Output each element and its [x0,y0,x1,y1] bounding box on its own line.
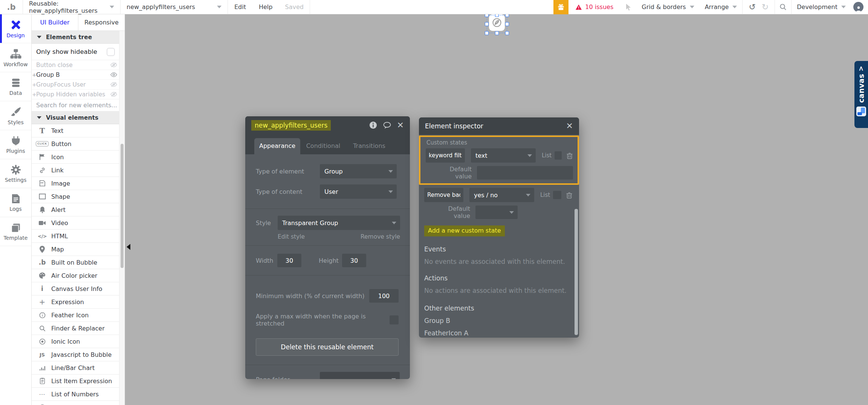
visual-element-list-item-expression[interactable]: List Item Expression [32,375,125,388]
tab-responsive[interactable]: Responsive [78,14,125,30]
default-value-input[interactable] [477,166,573,180]
expand-plus-icon[interactable]: + [32,82,37,88]
other-element-item[interactable]: FeatherIcon A [424,329,574,337]
remove-style-link[interactable]: Remove style [361,233,400,240]
type-of-element-select[interactable]: Group [320,164,397,178]
edit-style-link[interactable]: Edit style [278,233,305,240]
tree-item[interactable]: +Group B [32,70,125,80]
user-avatar[interactable] [853,2,863,12]
visual-element-livetext[interactable]: livetext [32,401,125,405]
visual-element-image[interactable]: Image [32,177,125,190]
visual-element-video[interactable]: Video [32,216,125,230]
sidebar-item-workflow[interactable]: Workflow [0,43,31,72]
list-checkbox[interactable] [555,151,562,160]
visual-element-expression[interactable]: +Expression [32,295,125,309]
element-search-input[interactable] [32,102,125,109]
close-icon[interactable]: ✕ [397,121,404,129]
visual-element-map[interactable]: Map [32,243,125,256]
tree-item[interactable]: Button close [32,60,125,70]
elements-tree-header[interactable]: Elements tree [32,31,125,44]
search-button[interactable] [775,3,791,11]
selection-handle-sw[interactable] [485,31,489,35]
property-editor-titlebar[interactable]: new_applyfilters_users ✕ [245,116,410,134]
delete-reusable-button[interactable]: Delete this reusable element [256,338,399,356]
visual-element-ionic-icon[interactable]: Ionic Icon [32,335,125,348]
selection-handle-e[interactable] [505,22,509,26]
tab-transitions[interactable]: Transitions [346,138,392,154]
visual-element-alert[interactable]: Alert [32,203,125,216]
state-name-input[interactable] [426,148,465,163]
inspector-titlebar[interactable]: Element inspector ✕ [419,117,579,135]
edit-menu[interactable]: Edit [228,3,252,11]
bubble-logo[interactable]: .b [0,3,23,12]
tab-appearance[interactable]: Appearance [254,138,300,154]
reusable-element-dropdown[interactable]: Reusable: new_applyfilters_users [23,0,120,14]
selection-handle-w[interactable] [485,22,489,26]
visual-element-finder-replacer[interactable]: Finder & Replacer [32,322,125,335]
visual-elements-header[interactable]: Visual elements [32,111,125,124]
state-type-select[interactable]: yes / no [469,188,534,202]
visual-element-html[interactable]: </>HTML [32,230,125,243]
redo-icon[interactable]: ↻ [759,2,775,12]
sidebar-item-design[interactable]: Design [0,14,31,43]
info-icon[interactable] [369,121,377,129]
gift-button[interactable] [553,0,568,14]
undo-icon[interactable]: ↺ [743,2,758,12]
inspector-scrollbar[interactable] [575,209,578,335]
close-icon[interactable]: ✕ [566,122,573,130]
height-input[interactable] [342,254,366,267]
visual-element-button[interactable]: CLICKButton [32,137,125,151]
sidebar-item-settings[interactable]: Settings [0,159,31,188]
visual-element-canvas-user-info[interactable]: iCanvas User Info [32,282,125,295]
trash-icon[interactable] [566,192,573,199]
sidebar-item-template[interactable]: Template [0,217,31,246]
issues-button[interactable]: 10 issues [575,3,613,11]
scrollbar-thumb[interactable] [121,144,124,268]
visual-element-icon[interactable]: Icon [32,151,125,164]
state-name-input[interactable] [424,188,463,202]
tree-item[interactable]: +GroupFocus User [32,80,125,90]
add-custom-state-button[interactable]: Add a new custom state [424,225,505,236]
default-value-select[interactable] [475,206,518,219]
type-of-content-select[interactable]: User [320,184,397,199]
visual-element-built-on-bubble[interactable]: .bBuilt on Bubble [32,256,125,269]
canvas-side-tab[interactable]: < canvas [854,61,868,128]
eye-slash-icon[interactable] [110,62,117,67]
visual-element-text[interactable]: TText [32,124,125,137]
other-element-item[interactable]: Group B [424,317,574,324]
visual-element-air-color-picker[interactable]: Air Color picker [32,269,125,282]
state-type-select[interactable]: text [471,148,536,163]
help-menu[interactable]: Help [252,3,279,11]
selection-handle-s[interactable] [495,31,499,35]
sidebar-item-logs[interactable]: Logs [0,188,31,217]
comment-icon[interactable] [383,122,391,129]
pointer-tool-button[interactable] [621,3,636,11]
tab-ui-builder[interactable]: UI Builder [32,14,78,30]
visual-element-link[interactable]: Link [32,164,125,177]
visual-element-shape[interactable]: Shape [32,190,125,203]
tab-conditional[interactable]: Conditional [300,138,346,154]
max-width-checkbox[interactable] [390,315,399,324]
visual-element-javascript-to-bubble[interactable]: JSJavascript to Bubble [32,348,125,361]
sidebar-item-plugins[interactable]: Plugins [0,130,31,159]
min-width-input[interactable] [369,289,399,303]
page-folder-select[interactable] [320,372,400,379]
elements-panel-scrollbar[interactable] [119,31,125,405]
sidebar-item-data[interactable]: Data [0,72,31,101]
grid-borders-menu[interactable]: Grid & borders [636,3,699,11]
style-select[interactable]: Transparent Group [278,216,400,230]
only-show-hideable-checkbox[interactable] [107,48,115,56]
eye-slash-icon[interactable] [110,82,117,87]
expand-plus-icon[interactable]: + [32,91,37,97]
selection-handle-se[interactable] [505,31,509,35]
visual-element-line-bar-chart[interactable]: Line/Bar Chart [32,361,125,375]
trash-icon[interactable] [566,152,573,159]
visual-element-feather-icon[interactable]: Feather Icon [32,309,125,322]
eye-icon[interactable] [110,72,117,77]
list-checkbox[interactable] [553,191,561,199]
panel-collapse-arrow[interactable] [127,244,130,250]
arrange-menu[interactable]: Arrange [700,3,743,11]
expand-plus-icon[interactable]: + [32,72,37,78]
tree-item[interactable]: +Popup Hidden variables [32,90,125,99]
sidebar-item-styles[interactable]: Styles [0,101,31,130]
